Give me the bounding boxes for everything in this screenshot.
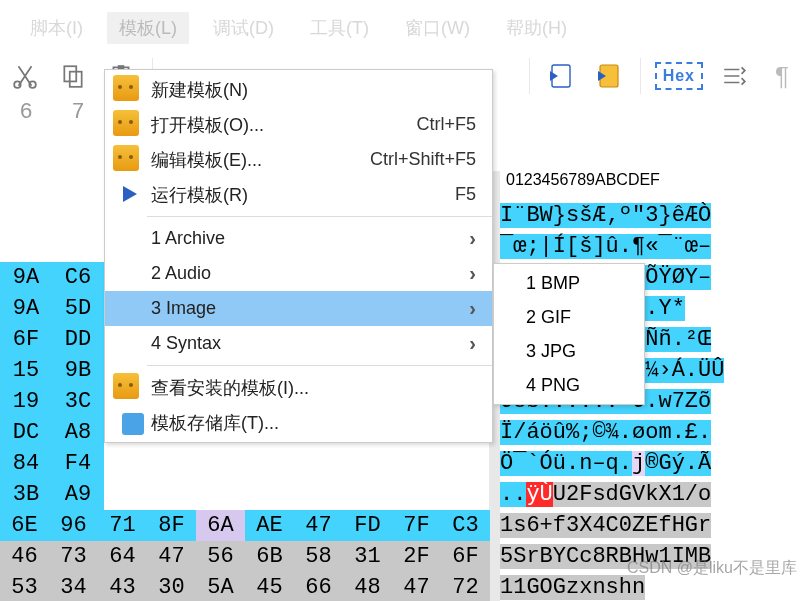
pilcrow-icon[interactable]: ¶: [765, 58, 799, 94]
hex-byte[interactable]: 9A: [0, 293, 52, 324]
menu-template[interactable]: 模板(L): [107, 12, 189, 44]
submenu-item[interactable]: 3 JPG: [494, 334, 644, 368]
menu-item[interactable]: 4 Syntax›: [105, 326, 492, 361]
submenu-item[interactable]: 1 BMP: [494, 266, 644, 300]
hex-byte[interactable]: 56: [196, 541, 245, 572]
settings-icon[interactable]: [717, 58, 751, 94]
hex-byte[interactable]: 47: [147, 541, 196, 572]
template-dropdown-icon[interactable]: [592, 58, 626, 94]
hex-byte[interactable]: 7F: [392, 510, 441, 541]
hex-byte[interactable]: A9: [52, 479, 104, 510]
hex-byte[interactable]: 6F: [0, 324, 52, 355]
hex-byte[interactable]: DC: [0, 417, 52, 448]
menu-item-label: 新建模板(N): [151, 78, 476, 102]
run-template-icon[interactable]: [544, 58, 578, 94]
menu-item[interactable]: 打开模板(O)...Ctrl+F5: [105, 107, 492, 142]
copy-icon[interactable]: [56, 58, 90, 94]
toolbar-separator: [529, 58, 530, 94]
menu-debug[interactable]: 调试(D): [201, 12, 286, 44]
hex-byte[interactable]: 30: [147, 572, 196, 601]
menu-item[interactable]: 3 Image›: [105, 291, 492, 326]
hex-byte[interactable]: 9B: [52, 355, 104, 386]
submenu-arrow-icon: ›: [469, 297, 476, 320]
hex-byte[interactable]: 6A: [196, 510, 245, 541]
template-icon: [113, 110, 139, 136]
hex-byte[interactable]: 71: [98, 510, 147, 541]
hex-byte[interactable]: C3: [441, 510, 490, 541]
hex-byte[interactable]: 5D: [52, 293, 104, 324]
menu-item-label: 打开模板(O)...: [151, 113, 416, 137]
hex-byte[interactable]: FD: [343, 510, 392, 541]
submenu-item-label: 1 BMP: [526, 273, 628, 294]
ascii-segment: 1s6+f3X4C0ZEfHGr: [500, 513, 711, 538]
hex-byte[interactable]: DD: [52, 324, 104, 355]
hex-row[interactable]: 84F4: [0, 448, 490, 479]
hex-byte[interactable]: A8: [52, 417, 104, 448]
menu-item[interactable]: 运行模板(R)F5: [105, 177, 492, 212]
hex-byte[interactable]: 96: [49, 510, 98, 541]
menu-item[interactable]: 编辑模板(E)...Ctrl+Shift+F5: [105, 142, 492, 177]
menu-item[interactable]: 1 Archive›: [105, 221, 492, 256]
cut-icon[interactable]: [8, 58, 42, 94]
hex-byte[interactable]: 43: [98, 572, 147, 601]
hex-row[interactable]: 6E96718F6AAE47FD7FC3: [0, 510, 490, 541]
hex-byte[interactable]: 47: [294, 510, 343, 541]
hex-byte[interactable]: 15: [0, 355, 52, 386]
ascii-row[interactable]: ¯œ;|Í[š]û.¶«¯¨œ–: [500, 231, 807, 262]
menu-help[interactable]: 帮助(H): [494, 12, 579, 44]
menu-item[interactable]: 新建模板(N): [105, 72, 492, 107]
menu-item[interactable]: 2 Audio›: [105, 256, 492, 291]
ascii-row[interactable]: I¨BW}sšÆ‚º"3}êÆÒ: [500, 200, 807, 231]
ascii-row[interactable]: 1s6+f3X4C0ZEfHGr: [500, 510, 807, 541]
hex-byte[interactable]: 53: [0, 572, 49, 601]
menu-tools[interactable]: 工具(T): [298, 12, 381, 44]
ascii-segment: ..: [500, 482, 526, 507]
hex-byte[interactable]: 9A: [0, 262, 52, 293]
hex-byte[interactable]: 8F: [147, 510, 196, 541]
hex-byte[interactable]: 48: [343, 572, 392, 601]
submenu-item[interactable]: 4 PNG: [494, 368, 644, 402]
submenu-arrow-icon: ›: [469, 227, 476, 250]
hex-byte[interactable]: 84: [0, 448, 52, 479]
hex-byte[interactable]: 6E: [0, 510, 49, 541]
hex-byte[interactable]: 72: [441, 572, 490, 601]
menu-item[interactable]: 模板存储库(T)...: [105, 405, 492, 440]
hex-byte[interactable]: 47: [392, 572, 441, 601]
hex-byte[interactable]: 66: [294, 572, 343, 601]
ascii-segment: 11GOGzxnshn: [500, 575, 645, 600]
menu-item-accelerator: F5: [455, 184, 476, 205]
hex-byte[interactable]: 3B: [0, 479, 52, 510]
hex-button[interactable]: Hex: [655, 62, 703, 90]
ascii-row[interactable]: Ö¯`Óü.n–q.j®Gý.Ã: [500, 448, 807, 479]
hex-byte[interactable]: 64: [98, 541, 147, 572]
submenu-item-label: 2 GIF: [526, 307, 628, 328]
ascii-row[interactable]: ..ÿÙU2FsdGVkX1/o: [500, 479, 807, 510]
hex-byte[interactable]: 19: [0, 386, 52, 417]
hex-byte[interactable]: AE: [245, 510, 294, 541]
hex-byte[interactable]: 46: [0, 541, 49, 572]
hex-byte[interactable]: 31: [343, 541, 392, 572]
hex-byte[interactable]: F4: [52, 448, 104, 479]
hex-byte[interactable]: C6: [52, 262, 104, 293]
hex-byte[interactable]: 2F: [392, 541, 441, 572]
hex-byte[interactable]: 34: [49, 572, 98, 601]
hex-byte[interactable]: 45: [245, 572, 294, 601]
submenu-item[interactable]: 2 GIF: [494, 300, 644, 334]
hex-row[interactable]: 533443305A4566484772: [0, 572, 490, 601]
submenu-item-label: 3 JPG: [526, 341, 628, 362]
template-submenu-image: 1 BMP2 GIF3 JPG4 PNG: [493, 263, 645, 405]
hex-row[interactable]: 46736447566B58312F6F: [0, 541, 490, 572]
hex-byte[interactable]: 58: [294, 541, 343, 572]
hex-byte[interactable]: 6F: [441, 541, 490, 572]
menu-script[interactable]: 脚本(I): [18, 12, 95, 44]
menu-item-label: 运行模板(R): [151, 183, 455, 207]
hex-row[interactable]: 3BA9: [0, 479, 490, 510]
menu-item[interactable]: 查看安装的模板(I)...: [105, 370, 492, 405]
hex-byte[interactable]: 3C: [52, 386, 104, 417]
hex-byte[interactable]: 5A: [196, 572, 245, 601]
hex-byte[interactable]: 6B: [245, 541, 294, 572]
ascii-segment: I¨BW}sšÆ‚º"3}êÆÒ: [500, 203, 711, 228]
ascii-row[interactable]: Ï/áöû%;©¾.øom.£.: [500, 417, 807, 448]
hex-byte[interactable]: 73: [49, 541, 98, 572]
menu-window[interactable]: 窗口(W): [393, 12, 482, 44]
